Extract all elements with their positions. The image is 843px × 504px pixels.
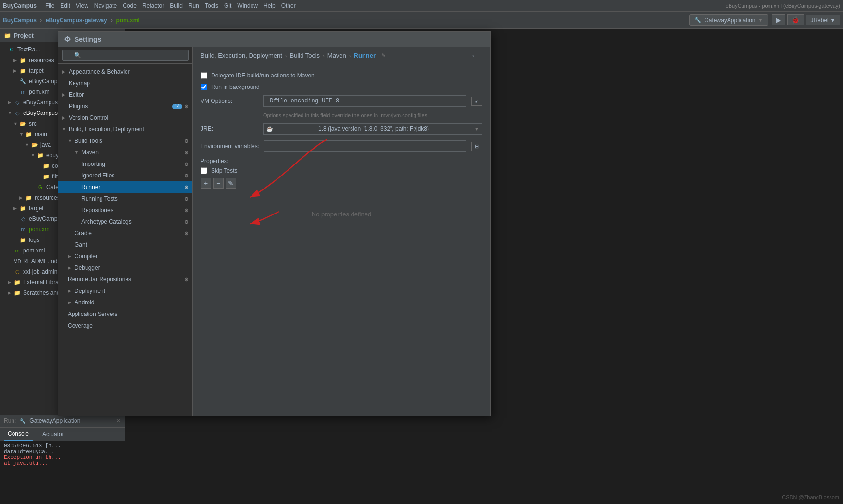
console-line-3: Exception in th...: [4, 454, 121, 460]
menu-navigate[interactable]: Navigate: [91, 1, 120, 10]
dialog-body: ▶ Appearance & Behavior Keymap ▶ Editor …: [58, 47, 490, 416]
bc-build-tools: Build Tools: [289, 52, 320, 59]
runner-gear-icon: ⚙: [184, 185, 189, 190]
console-tabs: Console Actuator: [0, 428, 125, 441]
nav-label-gant: Gant: [75, 241, 189, 248]
nav-importing[interactable]: Importing ⚙: [58, 158, 192, 170]
run-close[interactable]: ✕: [116, 417, 121, 424]
menu-other[interactable]: Other: [278, 1, 299, 10]
nav-gant[interactable]: Gant: [58, 239, 192, 251]
nav-label-running-tests: Running Tests: [81, 195, 182, 202]
bc-maven: Maven: [327, 52, 346, 59]
properties-header: Properties:: [201, 158, 482, 164]
add-property-button[interactable]: +: [201, 178, 211, 189]
nav-build-exec[interactable]: ▼ Build, Execution, Deployment: [58, 124, 192, 135]
nav-editor[interactable]: ▶ Editor: [58, 89, 192, 101]
menu-file[interactable]: File: [42, 1, 57, 10]
nav-app-servers[interactable]: Application Servers: [58, 308, 192, 320]
menu-build[interactable]: Build: [167, 1, 186, 10]
edit-property-button[interactable]: ✎: [226, 178, 236, 189]
run-config-selector[interactable]: 🔧 GatewayApplication ▼: [689, 14, 768, 26]
repos-gear-icon: ⚙: [184, 208, 189, 213]
menu-view[interactable]: View: [73, 1, 91, 10]
settings-nav-list: ▶ Appearance & Behavior Keymap ▶ Editor …: [58, 64, 192, 416]
menu-help[interactable]: Help: [261, 1, 278, 10]
nav-label-repositories: Repositories: [81, 207, 182, 214]
vm-options-row: VM Options: ⤢: [201, 95, 482, 107]
vm-options-expand-btn[interactable]: ⤢: [471, 97, 482, 106]
jre-dropdown-arrow: ▼: [474, 126, 479, 132]
nav-label-maven: Maven: [81, 149, 182, 156]
archetype-gear-icon: ⚙: [184, 219, 189, 225]
env-vars-input[interactable]: [264, 140, 466, 152]
nav-gradle[interactable]: Gradle ⚙: [58, 227, 192, 239]
nav-coverage[interactable]: Coverage: [58, 320, 192, 331]
dialog-title: Settings: [75, 36, 101, 43]
jre-selector[interactable]: ☕ 1.8 (java version "1.8.0_332", path: F…: [263, 123, 482, 135]
bc-sep2: ›: [111, 17, 113, 24]
nav-label-plugins: Plugins: [69, 103, 170, 110]
env-vars-browse-btn[interactable]: ⊟: [471, 142, 482, 151]
nav-running-tests[interactable]: Running Tests ⚙: [58, 193, 192, 204]
run-bar: Run: 🔧 GatewayApplication ✕: [0, 415, 125, 427]
nav-ignored[interactable]: Ignored Files ⚙: [58, 170, 192, 181]
vm-options-input[interactable]: [263, 95, 466, 107]
nav-repositories[interactable]: Repositories ⚙: [58, 204, 192, 216]
settings-dialog: ⚙ Settings ▶ Appearance & Behavior Keyma…: [58, 31, 491, 416]
nav-label-debugger: Debugger: [75, 265, 189, 271]
skip-tests-checkbox[interactable]: [201, 167, 207, 174]
nav-compiler[interactable]: ▶ Compiler: [58, 251, 192, 262]
nav-runner[interactable]: Runner ⚙: [58, 181, 192, 193]
bc-pom[interactable]: pom.xml: [116, 17, 139, 24]
nav-vcs[interactable]: ▶ Version Control: [58, 112, 192, 124]
jrebel-button[interactable]: JRebel ▼: [806, 15, 840, 25]
menu-git[interactable]: Git: [221, 1, 234, 10]
nav-archetype[interactable]: Archetype Catalogs ⚙: [58, 216, 192, 227]
nav-label-compiler: Compiler: [75, 253, 189, 260]
jre-row: JRE: ☕ 1.8 (java version "1.8.0_332", pa…: [201, 123, 482, 135]
menu-edit[interactable]: Edit: [57, 1, 73, 10]
back-button[interactable]: ←: [467, 51, 482, 60]
settings-search-container: [58, 47, 192, 64]
menu-tools[interactable]: Tools: [202, 1, 221, 10]
vm-options-label: VM Options:: [201, 98, 258, 104]
nav-label-appearance: Appearance & Behavior: [69, 68, 189, 75]
console-line-1: 08:59:06.513 [m...: [4, 443, 121, 449]
run-button[interactable]: ▶: [772, 14, 785, 25]
run-app-name: GatewayApplication: [29, 417, 80, 424]
bc-buycamp[interactable]: BuyCampus: [3, 17, 37, 24]
tab-actuator[interactable]: Actuator: [38, 428, 68, 441]
tab-console[interactable]: Console: [4, 428, 33, 441]
nav-android[interactable]: ▶ Android: [58, 297, 192, 308]
env-vars-label: Environment variables:: [201, 143, 259, 150]
nav-debugger[interactable]: ▶ Debugger: [58, 262, 192, 274]
nav-keymap[interactable]: Keymap: [58, 77, 192, 89]
run-background-checkbox[interactable]: [201, 84, 207, 90]
console-line-2: dataId=eBuyCa...: [4, 449, 121, 454]
menu-run[interactable]: Run: [186, 1, 202, 10]
settings-search-input[interactable]: [62, 50, 189, 61]
nav-label-coverage: Coverage: [68, 322, 189, 329]
nav-label-importing: Importing: [81, 161, 182, 167]
menu-code[interactable]: Code: [120, 1, 139, 10]
remove-property-button[interactable]: −: [213, 178, 224, 189]
nav-label-app-servers: Application Servers: [68, 311, 189, 317]
ignored-gear-icon: ⚙: [184, 173, 189, 178]
nav-plugins[interactable]: Plugins 14 ⚙: [58, 101, 192, 112]
nav-build-tools[interactable]: ▼ Build Tools ⚙: [58, 135, 192, 147]
properties-section: Properties: Skip Tests + − ✎: [201, 158, 482, 237]
nav-maven[interactable]: ▼ Maven ⚙: [58, 147, 192, 158]
bc-gateway[interactable]: eBuyCampus-gateway: [46, 17, 107, 24]
menu-window[interactable]: Window: [234, 1, 261, 10]
toolbar: BuyCampus › eBuyCampus-gateway › pom.xml…: [0, 12, 843, 29]
delegate-maven-checkbox[interactable]: [201, 72, 207, 79]
bc-arrow-2: ›: [323, 53, 325, 59]
menu-refactor[interactable]: Refactor: [139, 1, 167, 10]
nav-remote-jar[interactable]: Remote Jar Repositories ⚙: [58, 274, 192, 285]
nav-deployment[interactable]: ▶ Deployment: [58, 285, 192, 297]
nav-appearance[interactable]: ▶ Appearance & Behavior: [58, 66, 192, 77]
debug-button[interactable]: 🐞: [787, 14, 804, 25]
settings-content-panel: Build, Execution, Deployment › Build Too…: [193, 47, 490, 416]
breadcrumb-edit-icon[interactable]: ✎: [381, 52, 386, 59]
jre-value: 1.8 (java version "1.8.0_332", path: F:/…: [318, 126, 429, 132]
